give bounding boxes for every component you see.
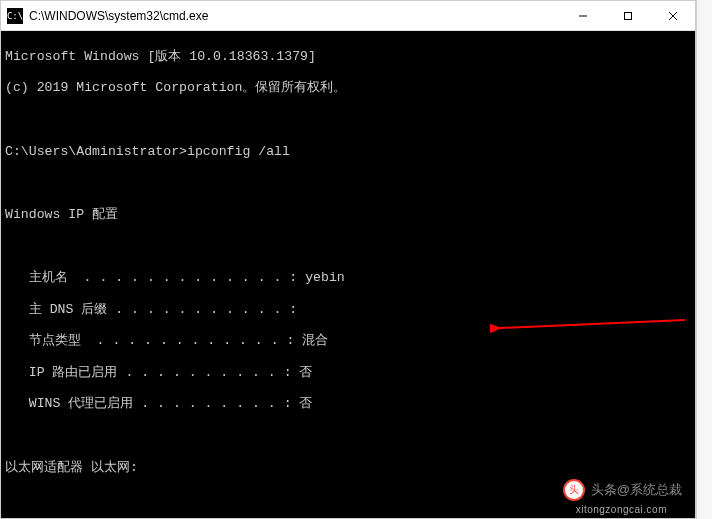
line-blank <box>5 175 691 191</box>
maximize-icon <box>623 11 633 21</box>
line-host-name: 主机名 . . . . . . . . . . . . . : yebin <box>5 270 691 286</box>
minimize-button[interactable] <box>560 1 605 31</box>
close-icon <box>668 11 678 21</box>
line-prompt: C:\Users\Administrator>ipconfig /all <box>5 144 691 160</box>
titlebar[interactable]: C:\ C:\WINDOWS\system32\cmd.exe <box>1 1 695 31</box>
watermark-avatar-icon: 头 <box>563 479 585 501</box>
line-section-ipconfig: Windows IP 配置 <box>5 207 691 223</box>
minimize-icon <box>578 11 588 21</box>
maximize-button[interactable] <box>605 1 650 31</box>
line-wins-proxy: WINS 代理已启用 . . . . . . . . . : 否 <box>5 396 691 412</box>
line-section-adapter: 以太网适配器 以太网: <box>5 460 691 476</box>
background-window-sliver <box>696 0 712 519</box>
line-blank <box>5 112 691 128</box>
watermark-subtext: xitongzongcai.com <box>576 504 667 515</box>
terminal-output[interactable]: Microsoft Windows [版本 10.0.18363.1379] (… <box>1 31 695 518</box>
watermark: 头 头条@系统总裁 <box>563 479 682 501</box>
line-header1: Microsoft Windows [版本 10.0.18363.1379] <box>5 49 691 65</box>
line-blank <box>5 428 691 444</box>
close-button[interactable] <box>650 1 695 31</box>
window-title: C:\WINDOWS\system32\cmd.exe <box>29 9 560 23</box>
svg-rect-1 <box>624 12 631 19</box>
line-blank <box>5 238 691 254</box>
watermark-text: 头条@系统总裁 <box>591 481 682 499</box>
line-header2: (c) 2019 Microsoft Corporation。保留所有权利。 <box>5 80 691 96</box>
cmd-icon: C:\ <box>7 8 23 24</box>
titlebar-controls <box>560 1 695 31</box>
line-ip-routing: IP 路由已启用 . . . . . . . . . . : 否 <box>5 365 691 381</box>
line-node-type: 节点类型 . . . . . . . . . . . . : 混合 <box>5 333 691 349</box>
cmd-window: C:\ C:\WINDOWS\system32\cmd.exe Microsof… <box>0 0 696 519</box>
line-primary-dns: 主 DNS 后缀 . . . . . . . . . . . : <box>5 302 691 318</box>
